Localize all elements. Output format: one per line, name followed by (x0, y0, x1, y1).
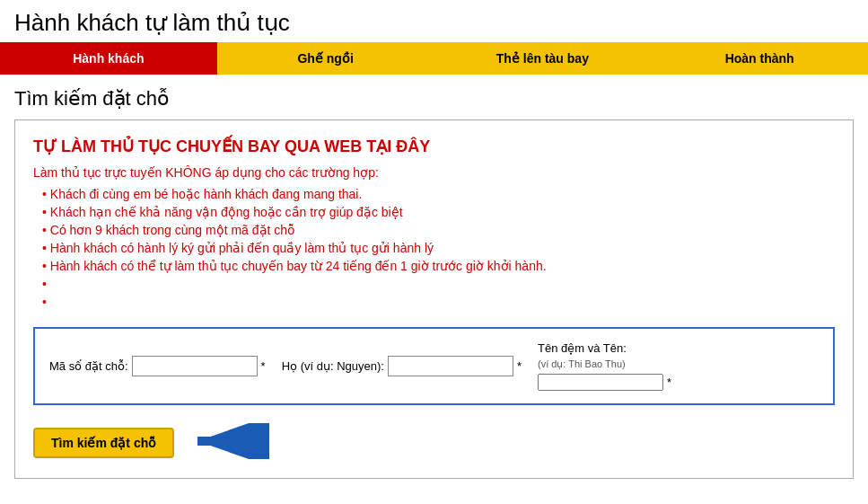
first-name-input[interactable] (538, 374, 663, 391)
first-name-label-sub: (ví dụ: Thi Bao Thu) (538, 358, 671, 370)
first-name-input-row: * (538, 374, 671, 391)
step-hanh-khach[interactable]: Hành khách (0, 42, 217, 75)
bullet-item-6 (42, 277, 835, 291)
last-name-field-group: Họ (ví dụ: Nguyen): * (282, 356, 522, 376)
arrow-icon (189, 423, 269, 462)
bullet-item-5: Hành khách có thể tự làm thủ tục chuyến … (42, 259, 835, 273)
first-name-label-top: Tên đệm và Tên: (538, 341, 671, 355)
page-title: Hành khách tự làm thủ tục (14, 9, 854, 37)
booking-code-required: * (261, 359, 266, 373)
last-name-label: Họ (ví dụ: Nguyen): (282, 359, 384, 373)
main-box: TỰ LÀM THỦ TỤC CHUYẾN BAY QUA WEB TẠI ĐÂ… (14, 119, 854, 479)
bullet-item-1: Khách đi cùng em bé hoặc hành khách đang… (42, 187, 835, 201)
button-row: Tìm kiếm đặt chỗ (33, 423, 835, 462)
booking-code-input[interactable] (132, 356, 258, 376)
bullet-item-7 (42, 295, 835, 309)
step-ghe-ngoi[interactable]: Ghế ngồi (217, 42, 434, 75)
bullet-item-4: Hành khách có hành lý ký gửi phải đến qu… (42, 241, 835, 255)
steps-nav: Hành khách Ghế ngồi Thẻ lên tàu bay Hoàn… (0, 42, 868, 75)
bullet-item-2: Khách hạn chế khả năng vận động hoặc cần… (42, 205, 835, 219)
box-heading: TỰ LÀM THỦ TỤC CHUYẾN BAY QUA WEB TẠI ĐÂ… (33, 137, 835, 156)
intro-text: Làm thủ tục trực tuyến KHÔNG áp dụng cho… (33, 165, 835, 180)
first-name-required: * (667, 376, 671, 389)
bullet-item-3: Có hơn 9 khách trong cùng một mã đặt chỗ (42, 223, 835, 237)
step-hoan-thanh[interactable]: Hoàn thành (651, 42, 868, 75)
booking-code-field: Mã số đặt chỗ: * (49, 356, 266, 376)
section-title: Tìm kiếm đặt chỗ (0, 75, 868, 119)
booking-code-label: Mã số đặt chỗ: (49, 359, 128, 373)
step-the-len-tau-bay[interactable]: Thẻ lên tàu bay (434, 42, 652, 75)
last-name-input[interactable] (388, 356, 513, 376)
first-name-field-group: Tên đệm và Tên: (ví dụ: Thi Bao Thu) * (538, 341, 671, 391)
page-header: Hành khách tự làm thủ tục (0, 0, 868, 42)
search-form-area: Mã số đặt chỗ: * Họ (ví dụ: Nguyen): * T… (33, 327, 835, 405)
last-name-required: * (517, 359, 522, 373)
search-button[interactable]: Tìm kiếm đặt chỗ (33, 428, 174, 458)
bullet-list: Khách đi cùng em bé hoặc hành khách đang… (33, 187, 835, 309)
